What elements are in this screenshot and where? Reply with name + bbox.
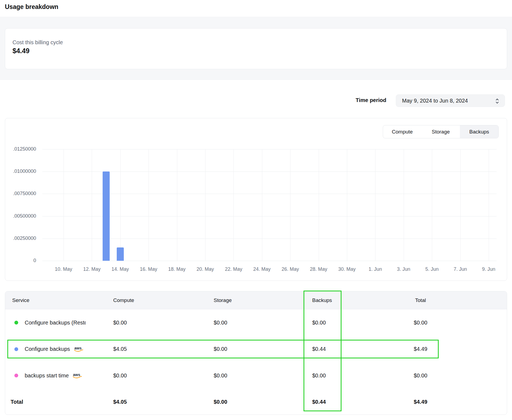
table-row: Configure backups (Resto $0.00 $0.00 $0.… <box>5 309 507 336</box>
x-axis-tick-label: 16. May <box>134 266 163 272</box>
service-color-dot <box>14 374 18 377</box>
x-axis-tick-label: 20. May <box>190 266 220 272</box>
gridline-x <box>489 149 489 261</box>
compute-value: $0.00 <box>109 320 209 326</box>
gridline-x <box>375 149 375 261</box>
cost-summary-value: $4.49 <box>12 47 30 55</box>
storage-value: $0.00 <box>209 346 308 352</box>
x-axis-tick-label: 12. May <box>77 266 107 272</box>
usage-chart-card: ComputeStorageBackups 0.00250000.0050000… <box>5 118 507 281</box>
gridline-x <box>319 149 319 261</box>
y-axis-tick-label: 0 <box>5 258 36 263</box>
backups-value: $0.00 <box>308 320 356 326</box>
gridline-x <box>177 149 177 261</box>
total-backups-value: $0.44 <box>308 399 356 405</box>
chart-bar-13-May[interactable] <box>103 171 110 261</box>
svg-text:aws: aws <box>74 346 82 350</box>
table-row: Configure backups aws $4.05 $0.00 $0.44 … <box>5 336 507 362</box>
x-axis-tick-label: 14. May <box>105 266 135 272</box>
total-row-label: Total <box>5 399 109 405</box>
backups-value: $0.00 <box>308 373 356 379</box>
x-axis-tick-label: 18. May <box>162 266 192 272</box>
x-axis-tick-label: 7. Jun <box>445 266 475 272</box>
service-name: backups start time <box>25 373 69 379</box>
column-header-compute: Compute <box>109 297 209 303</box>
page-title: Usage breakdown <box>5 3 58 11</box>
total-value: $0.00 <box>356 373 485 379</box>
x-axis-tick-label: 9. Jun <box>474 266 504 272</box>
storage-value: $0.00 <box>209 320 308 326</box>
x-axis-tick-label: 3. Jun <box>389 266 419 272</box>
gridline-x <box>205 149 206 261</box>
x-axis-tick-label: 1. Jun <box>360 266 390 272</box>
column-header-total: Total <box>356 297 485 303</box>
gridline-x <box>460 149 461 261</box>
x-axis-tick-label: 10. May <box>49 266 78 272</box>
gridline-y <box>42 238 497 239</box>
column-header-backups: Backups <box>308 297 356 303</box>
table-row: backups start time aws $0.00 $0.00 $0.00… <box>5 362 507 389</box>
total-storage-value: $0.00 <box>209 399 308 405</box>
cost-summary-card: Cost this billing cycle $4.49 <box>5 28 507 69</box>
gridline-y <box>42 194 497 194</box>
y-axis-tick-label: .00250000 <box>5 236 36 241</box>
total-value: $4.49 <box>356 346 485 352</box>
aws-logo-icon: aws <box>72 373 82 379</box>
y-axis-tick-label: .01250000 <box>5 146 36 152</box>
gridline-y <box>42 171 497 172</box>
column-header-storage: Storage <box>209 297 308 303</box>
gridline-x <box>432 149 432 261</box>
time-period-label: Time period <box>350 97 386 103</box>
x-axis-tick-label: 5. Jun <box>417 266 447 272</box>
chart-bar-14-May[interactable] <box>117 247 124 261</box>
total-total-value: $4.49 <box>356 399 485 405</box>
time-period-value: May 9, 2024 to Jun 8, 2024 <box>402 98 468 104</box>
compute-value: $4.05 <box>109 346 209 352</box>
gridline-x <box>290 149 290 261</box>
gridline-x <box>92 149 92 261</box>
x-axis-tick-label: 26. May <box>275 266 305 272</box>
gridline-y <box>42 216 497 217</box>
service-name: Configure backups (Resto <box>25 320 86 326</box>
gridline-y <box>42 261 497 261</box>
gridline-x <box>148 149 149 261</box>
gridline-x <box>233 149 234 261</box>
backups-value: $0.44 <box>308 346 356 352</box>
gridline-x <box>64 149 64 261</box>
gridline-x <box>347 149 347 261</box>
y-axis-tick-label: .01000000 <box>5 168 36 174</box>
aws-logo-icon: aws <box>73 346 83 352</box>
total-value: $0.00 <box>356 320 485 326</box>
updown-chevron-icon <box>495 98 499 104</box>
backups-usage-chart: 0.00250000.00500000.00750000.01000000.01… <box>5 118 507 281</box>
service-color-dot <box>14 347 18 351</box>
x-axis-tick-label: 24. May <box>247 266 277 272</box>
gridline-x <box>404 149 404 261</box>
storage-value: $0.00 <box>209 373 308 379</box>
usage-table-card: ServiceComputeStorageBackupsTotal Config… <box>5 291 507 415</box>
svg-text:aws: aws <box>73 373 80 377</box>
x-axis-tick-label: 28. May <box>304 266 334 272</box>
column-header-service: Service <box>5 297 109 303</box>
summary-section: Cost this billing cycle $4.49 <box>0 17 512 80</box>
compute-value: $0.00 <box>109 373 209 379</box>
usage-table-total-row: Total $4.05 $0.00 $0.44 $4.49 <box>5 389 507 415</box>
x-axis-tick-label: 30. May <box>332 266 362 272</box>
y-axis-tick-label: .00500000 <box>5 213 36 219</box>
gridline-x <box>262 149 262 261</box>
cost-summary-label: Cost this billing cycle <box>12 39 63 46</box>
service-color-dot <box>14 321 18 324</box>
gridline-x <box>120 149 121 261</box>
total-compute-value: $4.05 <box>109 399 209 405</box>
y-axis-tick-label: .00750000 <box>5 191 36 196</box>
usage-table-header: ServiceComputeStorageBackupsTotal <box>5 291 507 309</box>
x-axis-tick-label: 22. May <box>219 266 248 272</box>
service-name: Configure backups <box>25 346 70 352</box>
time-period-select[interactable]: May 9, 2024 to Jun 8, 2024 <box>396 94 505 107</box>
gridline-y <box>42 149 497 149</box>
